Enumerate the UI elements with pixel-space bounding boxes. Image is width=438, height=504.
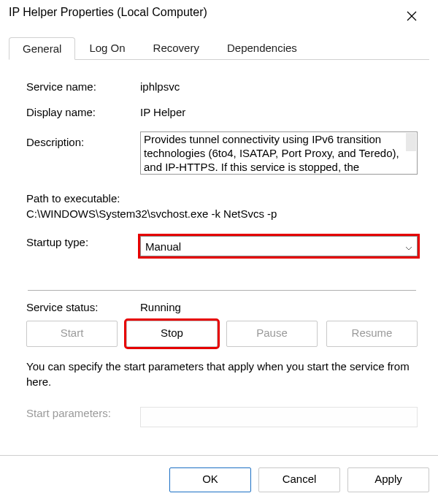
startup-type-select[interactable]: Manual — [140, 236, 418, 256]
start-params-label: Start parameters: — [26, 407, 140, 419]
service-status-label: Service status: — [26, 301, 140, 313]
service-status-value: Running — [140, 301, 418, 313]
stop-button[interactable]: Stop — [126, 321, 218, 347]
tab-general[interactable]: General — [9, 37, 75, 60]
tab-log-on[interactable]: Log On — [75, 37, 139, 59]
service-name-label: Service name: — [26, 80, 140, 93]
path-label: Path to executable: — [26, 191, 418, 206]
service-control-buttons: Start Stop Pause Resume — [26, 321, 418, 347]
path-value: C:\WINDOWS\System32\svchost.exe -k NetSv… — [26, 206, 418, 221]
close-icon — [407, 11, 417, 21]
apply-button[interactable]: Apply — [347, 467, 429, 492]
tab-dependencies[interactable]: Dependencies — [213, 37, 311, 59]
description-box[interactable]: Provides tunnel connectivity using IPv6 … — [140, 131, 418, 175]
startup-type-value: Manual — [145, 240, 181, 253]
start-params-input — [140, 407, 418, 427]
display-name-value: IP Helper — [140, 106, 418, 118]
service-name-value: iphlpsvc — [140, 80, 418, 93]
tabstrip: General Log On Recovery Dependencies — [9, 37, 429, 60]
resume-button: Resume — [326, 321, 418, 347]
tab-content-general: Service name: iphlpsvc Display name: IP … — [0, 60, 438, 427]
close-button[interactable] — [394, 6, 429, 26]
description-label: Description: — [26, 131, 140, 148]
separator — [28, 290, 416, 291]
window-title: IP Helper Properties (Local Computer) — [9, 6, 207, 19]
chevron-down-icon — [405, 240, 412, 253]
start-button: Start — [26, 321, 118, 347]
description-text: Provides tunnel connectivity using IPv6 … — [144, 133, 399, 173]
tab-recovery[interactable]: Recovery — [139, 37, 213, 59]
startup-type-label: Startup type: — [26, 236, 140, 248]
display-name-label: Display name: — [26, 106, 140, 118]
ok-button[interactable]: OK — [169, 467, 251, 492]
pause-button: Pause — [226, 321, 318, 347]
titlebar: IP Helper Properties (Local Computer) — [0, 0, 438, 29]
start-params-help: You can specify the start parameters tha… — [26, 359, 418, 389]
service-properties-dialog: IP Helper Properties (Local Computer) Ge… — [0, 0, 438, 504]
description-scrollbar[interactable] — [406, 133, 416, 151]
cancel-button[interactable]: Cancel — [258, 467, 340, 492]
dialog-footer: OK Cancel Apply — [0, 455, 438, 504]
